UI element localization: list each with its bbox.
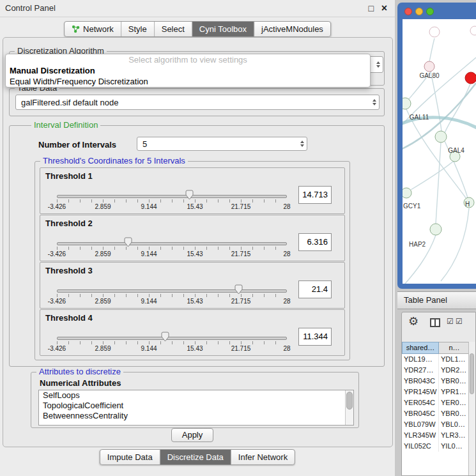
tab-label: jActiveMNodules (261, 24, 323, 34)
table-cell[interactable]: YPR145W (402, 387, 439, 397)
node-gal4[interactable] (435, 131, 447, 142)
node-gal11[interactable] (403, 98, 411, 109)
column-layout-icon[interactable] (430, 318, 440, 327)
slider-track[interactable] (57, 337, 287, 340)
threshold-1-slider[interactable]: -3.426 2.859 9.144 15.43 21.715 28 (53, 188, 291, 212)
node-selected-red[interactable] (465, 72, 476, 84)
table-row[interactable]: YIL052CYIL0… (402, 441, 470, 452)
table-cell[interactable]: YER054C (402, 397, 439, 408)
list-item[interactable]: SelfLoops (39, 390, 353, 401)
tab-cyni-toolbox[interactable]: Cyni Toolbox (192, 22, 254, 36)
table-cell[interactable]: YIL0… (439, 441, 470, 452)
slider-track[interactable] (57, 195, 287, 198)
scale-label: 15.43 (187, 298, 203, 305)
slider-track[interactable] (57, 289, 287, 293)
table-panel-titlebar: Table Panel (397, 291, 476, 309)
list-item[interactable]: TopologicalCoefficient (39, 401, 353, 411)
table-row[interactable]: YBL079WYBL0… (402, 419, 470, 430)
table-row[interactable]: YDR27…YDR2… (402, 365, 470, 376)
close-icon[interactable]: × (381, 0, 387, 17)
table-row[interactable]: YPR145WYPR1… (402, 387, 470, 397)
threshold-4-slider[interactable]: -3.426 2.859 9.144 15.43 21.715 28 (53, 330, 291, 354)
checkbox-icon[interactable]: ☑ (456, 317, 463, 326)
gear-icon[interactable]: ⚙ (408, 314, 418, 328)
table-cell[interactable]: YER0… (439, 397, 470, 408)
table-cell[interactable]: YDR27… (402, 365, 439, 376)
table-cell[interactable]: YLR345W (402, 430, 439, 441)
apply-button[interactable]: Apply (171, 428, 213, 442)
tab-discretize-data[interactable]: Discretize Data (160, 450, 231, 464)
table-cell[interactable]: YBR0… (439, 376, 470, 387)
table-cell[interactable]: YDR2… (439, 365, 470, 376)
checkbox-icon[interactable]: ☑ (447, 317, 454, 326)
list-scrollbar[interactable] (345, 390, 353, 425)
tab-impute-data[interactable]: Impute Data (100, 450, 160, 464)
tab-network[interactable]: Network (65, 22, 121, 36)
node[interactable] (429, 27, 440, 37)
network-graph: GAL80 GAL11 GAL4 GCY1 HAP2 H (403, 19, 476, 284)
window-close-button[interactable] (404, 8, 412, 15)
table-cell[interactable]: YLR3… (439, 430, 470, 441)
table-cell[interactable]: YBR045C (402, 408, 439, 419)
table-cell[interactable]: YDL1… (439, 354, 470, 365)
slider-thumb[interactable] (124, 237, 132, 247)
slider-thumb[interactable] (185, 190, 194, 200)
algorithm-dropdown-popup: Select algorithm to view settings Manual… (5, 54, 371, 88)
tab-infer-network[interactable]: Infer Network (231, 450, 295, 464)
table-row[interactable]: YBR045CYBR0… (402, 408, 470, 419)
table-row[interactable]: YER054CYER0… (402, 397, 470, 408)
list-item[interactable]: BetweennessCentrality (39, 411, 353, 421)
table-body: YDL19…YDL1… YDR27…YDR2… YBR043CYBR0… YPR… (402, 354, 470, 475)
dropdown-option-manual-discretization[interactable]: Manual Discretization (6, 65, 370, 76)
threshold-2-value-field[interactable]: 6.316 (298, 233, 332, 251)
column-header-shared-name[interactable]: shared… (402, 342, 439, 354)
numerical-attributes-list[interactable]: SelfLoops TopologicalCoefficient Between… (38, 390, 354, 426)
table-cell[interactable]: YIL052C (402, 441, 439, 452)
table-data-combobox-value: galFiltered.sif default node (21, 95, 118, 109)
scale-label: -3.426 (48, 203, 66, 210)
table-row[interactable]: YDL19…YDL1… (402, 354, 470, 365)
scale-label: 2.859 (95, 298, 111, 305)
scale-label: 15.43 (187, 203, 203, 210)
threshold-3-value-field[interactable]: 21.4 (298, 280, 332, 298)
window-minimize-button[interactable] (415, 8, 423, 15)
tab-style[interactable]: Style (121, 22, 155, 36)
scrollbar-thumb[interactable] (470, 353, 474, 394)
table-header-row: shared… n… (402, 342, 470, 354)
tab-select[interactable]: Select (155, 22, 192, 36)
table-row[interactable]: YLR345WYLR3… (402, 430, 470, 441)
table-data-combobox[interactable]: galFiltered.sif default node (15, 95, 380, 110)
table-cell[interactable]: YBR0… (439, 408, 470, 419)
network-canvas[interactable]: GAL80 GAL11 GAL4 GCY1 HAP2 H (403, 19, 476, 284)
number-of-intervals-combobox[interactable]: 5 (137, 137, 307, 151)
scrollbar-thumb[interactable] (346, 392, 353, 410)
threshold-label: Threshold 1 (45, 171, 93, 181)
table-cell[interactable]: YBL0… (439, 419, 470, 430)
node-hap2[interactable] (430, 224, 441, 235)
table-row[interactable]: YBR043CYBR0… (402, 376, 470, 387)
tab-jactivemnodules[interactable]: jActiveMNodules (254, 22, 330, 36)
window-zoom-button[interactable] (426, 8, 434, 15)
dropdown-option-equal-width-frequency[interactable]: Equal Width/Frequency Discretization (6, 76, 370, 87)
threshold-1-value-field[interactable]: 14.713 (298, 186, 332, 204)
numerical-attributes-label: Numerical Attributes (40, 378, 121, 388)
table-cell[interactable]: YBR043C (402, 376, 439, 387)
column-header-name[interactable]: n… (439, 342, 470, 354)
node[interactable] (470, 26, 476, 35)
table-cell[interactable]: YDL19… (402, 354, 439, 365)
threshold-2-slider[interactable]: -3.426 2.859 9.144 15.43 21.715 28 (53, 235, 291, 259)
threshold-3-slider[interactable]: -3.426 2.859 9.144 15.43 21.715 28 (53, 282, 291, 307)
number-of-intervals-label: Number of Intervals (38, 138, 116, 152)
node-gal80[interactable] (424, 61, 434, 72)
table-scrollbar[interactable] (468, 342, 475, 475)
slider-track[interactable] (57, 242, 287, 245)
minimize-icon[interactable]: □ (369, 0, 374, 17)
table-cell[interactable]: YPR1… (439, 387, 470, 397)
threshold-label: Threshold 3 (45, 266, 93, 275)
table-cell[interactable]: YBL079W (402, 419, 439, 430)
slider-thumb[interactable] (234, 284, 243, 295)
slider-thumb[interactable] (161, 332, 169, 342)
node-gcy1[interactable] (403, 188, 411, 198)
threshold-4-value-field[interactable]: 11.344 (298, 328, 332, 346)
combo-stepper-icon (372, 99, 376, 105)
